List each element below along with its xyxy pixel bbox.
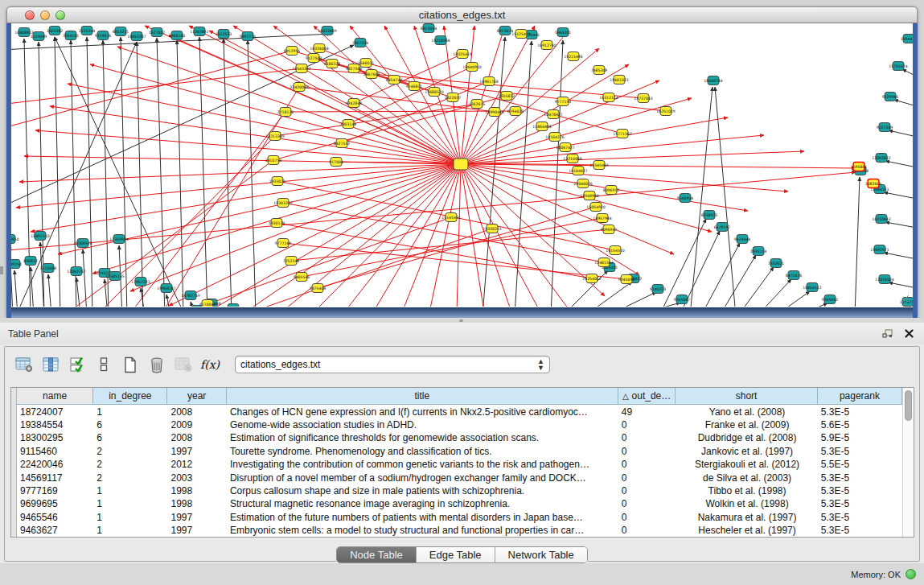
- teal-node[interactable]: 17016504: [875, 275, 893, 284]
- teal-node[interactable]: 9219076: [95, 31, 112, 40]
- cell-year[interactable]: 2008: [168, 405, 227, 418]
- memory-status-icon[interactable]: [906, 569, 916, 579]
- yellow-node[interactable]: 15145451: [441, 213, 460, 222]
- yellow-node[interactable]: 8912955: [284, 47, 301, 56]
- teal-node[interactable]: 1116753: [900, 298, 913, 307]
- cell-year[interactable]: 1997: [168, 444, 227, 457]
- cell-pagerank[interactable]: 5.3E-5: [818, 497, 902, 510]
- cell-year[interactable]: 1997: [168, 524, 227, 537]
- yellow-node[interactable]: 16251029: [656, 107, 675, 116]
- teal-node[interactable]: 939150: [11, 260, 22, 269]
- cell-short[interactable]: de Silva et al. (2003): [676, 471, 818, 484]
- table-row[interactable]: 946554611997Estimation of the future num…: [11, 510, 902, 523]
- show-columns-icon[interactable]: [39, 353, 62, 376]
- cell-title[interactable]: Estimation of significance thresholds fo…: [227, 431, 618, 444]
- cell-name[interactable]: 9699695: [17, 497, 93, 510]
- yellow-node[interactable]: 1595801: [851, 163, 868, 171]
- cell-pagerank[interactable]: 5.3E-5: [818, 444, 902, 457]
- function-builder-icon[interactable]: f(x): [199, 353, 221, 376]
- teal-node[interactable]: 1527002: [149, 28, 166, 37]
- cell-pagerank[interactable]: 5.9E-5: [818, 431, 902, 444]
- yellow-node[interactable]: 9777154: [555, 97, 572, 106]
- cell-pagerank[interactable]: 5.5E-5: [818, 458, 902, 471]
- yellow-node[interactable]: 9127508: [306, 54, 322, 63]
- teal-node[interactable]: 19218906: [431, 36, 450, 45]
- teal-node[interactable]: 8813211: [113, 27, 129, 36]
- collapsed-panel-handle[interactable]: [0, 266, 3, 274]
- teal-node[interactable]: 16648784: [704, 76, 722, 85]
- yellow-node[interactable]: 13216088: [563, 154, 581, 163]
- cell-out_degree[interactable]: 0: [618, 431, 676, 444]
- yellow-node[interactable]: 19303252: [273, 199, 292, 208]
- network-canvas[interactable]: 1060881211290991603382765410111253449219…: [11, 23, 913, 307]
- table-row[interactable]: 1456911722003Disruption of a novel membe…: [11, 471, 902, 484]
- zoom-window-icon[interactable]: [55, 10, 65, 20]
- yellow-node[interactable]: 9465546: [294, 273, 310, 282]
- yellow-node[interactable]: 18990448: [485, 108, 503, 117]
- create-column-icon[interactable]: [119, 353, 142, 376]
- tab-node-table[interactable]: Node Table: [337, 547, 417, 562]
- cell-short[interactable]: Stergiakouli et al. (2012): [676, 458, 818, 471]
- teal-node[interactable]: 850812: [23, 257, 38, 266]
- yellow-node[interactable]: 1362615: [469, 100, 486, 109]
- cell-name[interactable]: 18724007: [17, 405, 93, 418]
- cell-short[interactable]: Yano et al. (2008): [676, 405, 818, 418]
- table-row[interactable]: 1938455462009Genome-wide association stu…: [11, 418, 902, 431]
- teal-node[interactable]: 9227349: [877, 123, 893, 132]
- teal-node[interactable]: 9891776: [240, 32, 257, 41]
- table-row[interactable]: 1872400712008Changes of HCN gene express…: [11, 405, 902, 418]
- yellow-node[interactable]: 8096912: [603, 186, 620, 195]
- teal-node[interactable]: 7654101: [63, 31, 80, 40]
- yellow-node[interactable]: 8427552: [334, 139, 351, 148]
- teal-node[interactable]: 19958107: [157, 284, 175, 293]
- cell-in_degree[interactable]: 1: [93, 405, 167, 418]
- teal-node[interactable]: 15692971: [870, 245, 889, 254]
- teal-node[interactable]: 7857224: [352, 39, 369, 47]
- yellow-node[interactable]: 1875404: [310, 284, 326, 293]
- yellow-node[interactable]: 9777169: [275, 239, 292, 248]
- cell-name[interactable]: 9463627: [17, 524, 93, 537]
- cell-short[interactable]: Wolkin et al. (1998): [676, 497, 818, 510]
- yellow-node[interactable]: 1933021: [269, 177, 286, 186]
- yellow-node[interactable]: 19661023: [610, 76, 628, 84]
- yellow-node[interactable]: 1082605: [865, 179, 882, 188]
- teal-node[interactable]: 9140223: [650, 285, 667, 294]
- yellow-node[interactable]: 917004: [329, 158, 343, 167]
- teal-node[interactable]: 7632621: [768, 259, 785, 268]
- teal-node[interactable]: 1603382: [47, 27, 64, 35]
- teal-node[interactable]: 9245652: [822, 295, 839, 304]
- cell-title[interactable]: Tourette syndrome. Phenomenology and cla…: [227, 444, 618, 457]
- yellow-node[interactable]: 1810754: [265, 156, 282, 165]
- yellow-node[interactable]: 11545469: [589, 161, 608, 170]
- teal-node[interactable]: 16210643: [872, 215, 890, 224]
- yellow-node[interactable]: 22040076: [573, 179, 592, 188]
- teal-node[interactable]: 15751074: [889, 62, 907, 71]
- cell-year[interactable]: 2008: [168, 431, 227, 444]
- cell-short[interactable]: Nakamura et al. (1997): [676, 510, 818, 523]
- yellow-node[interactable]: 15215496: [564, 52, 582, 61]
- teal-node[interactable]: 12042757: [67, 267, 85, 276]
- cell-title[interactable]: Corpus callosum shape and size in male p…: [227, 484, 618, 496]
- yellow-node[interactable]: 10164276: [545, 133, 564, 142]
- yellow-node[interactable]: 16912740: [537, 41, 556, 50]
- cell-title[interactable]: Embryonic stem cells: a model to study s…: [227, 524, 618, 537]
- cell-name[interactable]: 9465546: [17, 510, 93, 523]
- teal-node[interactable]: 9245087: [674, 295, 691, 304]
- yellow-node[interactable]: 2718120: [277, 108, 294, 117]
- cell-out_degree[interactable]: 0: [618, 524, 676, 537]
- cell-out_degree[interactable]: 0: [618, 484, 676, 496]
- teal-node[interactable]: 1125344: [79, 27, 96, 35]
- teal-node[interactable]: 6966180: [169, 31, 186, 40]
- teal-node[interactable]: 2935114: [750, 247, 767, 256]
- yellow-node[interactable]: 15054920: [586, 203, 605, 212]
- tab-edge-table[interactable]: Edge Table: [417, 547, 495, 562]
- cell-title[interactable]: Changes of HCN gene expression and I(f) …: [227, 405, 618, 418]
- cell-out_degree[interactable]: 0: [618, 471, 676, 484]
- yellow-node[interactable]: 2803144: [340, 120, 357, 129]
- teal-node[interactable]: 1594410: [901, 35, 913, 43]
- delete-column-icon[interactable]: [146, 353, 168, 376]
- cell-in_degree[interactable]: 2: [93, 444, 167, 457]
- yellow-node[interactable]: 18548900: [580, 192, 598, 200]
- teal-node[interactable]: 1512533: [216, 30, 232, 39]
- teal-node[interactable]: 1129099: [31, 32, 47, 41]
